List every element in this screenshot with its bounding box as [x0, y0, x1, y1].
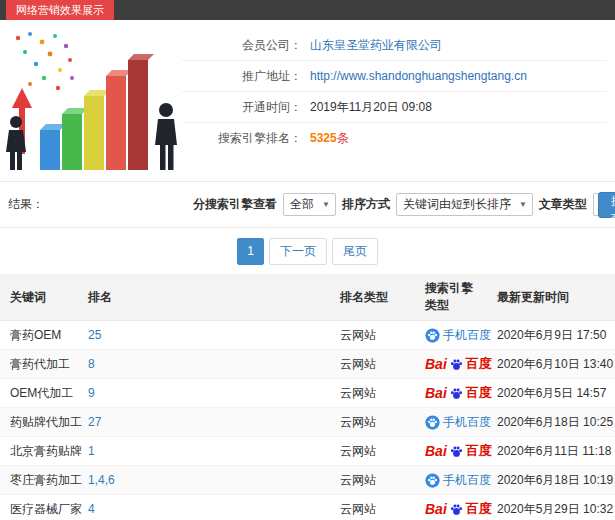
table-header-row: 关键词 排名 排名类型 搜索引擎类型 最新更新时间	[0, 274, 615, 321]
promo-url-link[interactable]: http://www.shandonghuangshengtang.cn	[310, 69, 527, 83]
table-row: 膏药代加工 8 云网站 Bai 百度	[0, 350, 615, 379]
results-table: 关键词 排名 排名类型 搜索引擎类型 最新更新时间 膏药OEM 25 云网站 B…	[0, 274, 615, 520]
rank-link[interactable]: 9	[88, 386, 95, 400]
update-time-text: 2020年6月5日 14:57	[497, 386, 606, 400]
keyword-text: 膏药OEM	[10, 328, 61, 342]
keyword-text: 医疗器械厂家	[10, 502, 82, 516]
table-row: 药贴牌代加工 27 云网站 Bai 百度	[0, 408, 615, 437]
baidu-logo: Bai 百度	[425, 384, 492, 402]
update-time-text: 2020年6月9日 17:50	[497, 328, 606, 342]
rank-link[interactable]: 4	[88, 502, 95, 516]
rank-type-text: 云网站	[340, 502, 376, 516]
baidu-logo: Bai 百度	[425, 355, 492, 373]
bar-chart-growth-illustration	[0, 26, 182, 178]
table-row: 膏药OEM 25 云网站 Bai 百度	[0, 321, 615, 350]
chevron-down-icon: ▼	[322, 201, 330, 209]
article-type-label: 文章类型	[539, 196, 587, 213]
rank-type-text: 云网站	[340, 415, 376, 429]
update-time-text: 2020年6月18日 10:19	[497, 473, 613, 487]
keyword-text: 药贴牌代加工	[10, 415, 82, 429]
pagination-next-button[interactable]: 下一页	[269, 238, 327, 265]
open-time-label: 开通时间：	[182, 99, 302, 116]
engine-filter-label: 分搜索引擎查看	[193, 196, 277, 213]
update-time-text: 2020年6月11日 11:18	[497, 444, 611, 458]
rank-link[interactable]: 25	[88, 328, 101, 342]
table-row: 北京膏药贴牌 1 云网站 Bai 百度	[0, 437, 615, 466]
sort-filter-select[interactable]: 关键词由短到长排序 ▼	[396, 193, 533, 216]
rank-type-text: 云网站	[340, 328, 376, 342]
keyword-text: 枣庄膏药加工	[10, 473, 82, 487]
rank-type-text: 云网站	[340, 386, 376, 400]
baidu-paw-icon	[450, 387, 463, 400]
rank-type-text: 云网站	[340, 473, 376, 487]
page-title-tab: 网络营销效果展示	[6, 0, 114, 20]
col-header-update-time: 最新更新时间	[487, 274, 615, 321]
col-header-engine-type: 搜索引擎类型	[415, 274, 487, 321]
mobile-baidu-logo: 手机百度	[425, 327, 491, 344]
update-time-text: 2020年6月10日 13:40	[497, 357, 613, 371]
mobile-baidu-icon	[425, 415, 440, 430]
baidu-logo: Bai 百度	[425, 500, 492, 518]
col-header-rank: 排名	[78, 274, 330, 321]
engine-rank-count: 5325	[310, 131, 337, 145]
info-row-engine-rank: 搜索引擎排名： 5325条	[182, 123, 607, 154]
keyword-text: OEM代加工	[10, 386, 73, 400]
rank-link[interactable]: 8	[88, 357, 95, 371]
chevron-down-icon: ▼	[519, 201, 527, 209]
col-header-keyword: 关键词	[0, 274, 78, 321]
company-link[interactable]: 山东皇圣堂药业有限公司	[310, 38, 442, 52]
pagination: 1 下一页 尾页	[0, 228, 615, 274]
businessman-right	[155, 103, 177, 170]
engine-rank-label: 搜索引擎排名：	[182, 130, 302, 147]
page-title: 网络营销效果展示	[16, 4, 104, 16]
baidu-paw-icon	[450, 503, 463, 516]
top-bar: 网络营销效果展示	[0, 0, 615, 20]
pagination-current-page[interactable]: 1	[237, 238, 264, 265]
rank-link[interactable]: 27	[88, 415, 101, 429]
promo-url-label: 推广地址：	[182, 68, 302, 85]
baidu-paw-icon	[450, 358, 463, 371]
company-label: 会员公司：	[182, 37, 302, 54]
mobile-baidu-logo: 手机百度	[425, 472, 491, 489]
mobile-baidu-icon	[425, 328, 440, 343]
submit-button[interactable]: 提交	[598, 192, 615, 218]
filter-bar: 结果： 分搜索引擎查看 全部 ▼ 排序方式 关键词由短到长排序 ▼ 文章类型 全…	[0, 182, 615, 228]
rank-link[interactable]: 1	[88, 444, 95, 458]
marketing-chart-illustration	[0, 26, 182, 181]
sort-filter-value: 关键词由短到长排序	[403, 196, 511, 213]
rank-type-text: 云网站	[340, 444, 376, 458]
baidu-paw-icon	[450, 445, 463, 458]
rank-type-text: 云网站	[340, 357, 376, 371]
mobile-baidu-logo: 手机百度	[425, 414, 491, 431]
info-rows: 会员公司： 山东皇圣堂药业有限公司 推广地址： http://www.shand…	[182, 26, 615, 181]
engine-filter-select[interactable]: 全部 ▼	[283, 193, 336, 216]
update-time-text: 2020年6月18日 10:25	[497, 415, 613, 429]
table-body: 膏药OEM 25 云网站 Bai 百度	[0, 321, 615, 520]
info-row-open-time: 开通时间： 2019年11月20日 09:08	[182, 92, 607, 123]
rank-link[interactable]: 1,4,6	[88, 473, 115, 487]
engine-filter-value: 全部	[290, 196, 314, 213]
info-row-company: 会员公司： 山东皇圣堂药业有限公司	[182, 30, 607, 61]
update-time-text: 2020年5月29日 10:32	[497, 502, 613, 516]
sort-filter-label: 排序方式	[342, 196, 390, 213]
table-row: 枣庄膏药加工 1,4,6 云网站 Bai 百度	[0, 466, 615, 495]
keyword-text: 北京膏药贴牌	[10, 444, 82, 458]
col-header-rank-type: 排名类型	[330, 274, 415, 321]
info-row-url: 推广地址： http://www.shandonghuangshengtang.…	[182, 61, 607, 92]
info-section: 会员公司： 山东皇圣堂药业有限公司 推广地址： http://www.shand…	[0, 20, 615, 182]
table-row: OEM代加工 9 云网站 Bai 百度	[0, 379, 615, 408]
filter-controls: 分搜索引擎查看 全部 ▼ 排序方式 关键词由短到长排序 ▼ 文章类型 全部 ▼	[193, 193, 615, 216]
mobile-baidu-icon	[425, 473, 440, 488]
keyword-text: 膏药代加工	[10, 357, 70, 371]
baidu-logo: Bai 百度	[425, 442, 492, 460]
pagination-last-button[interactable]: 尾页	[332, 238, 378, 265]
engine-rank-unit: 条	[337, 131, 349, 145]
open-time-value: 2019年11月20日 09:08	[310, 99, 432, 116]
table-row: 医疗器械厂家 4 云网站 Bai 百度	[0, 495, 615, 520]
result-label: 结果：	[8, 196, 44, 213]
